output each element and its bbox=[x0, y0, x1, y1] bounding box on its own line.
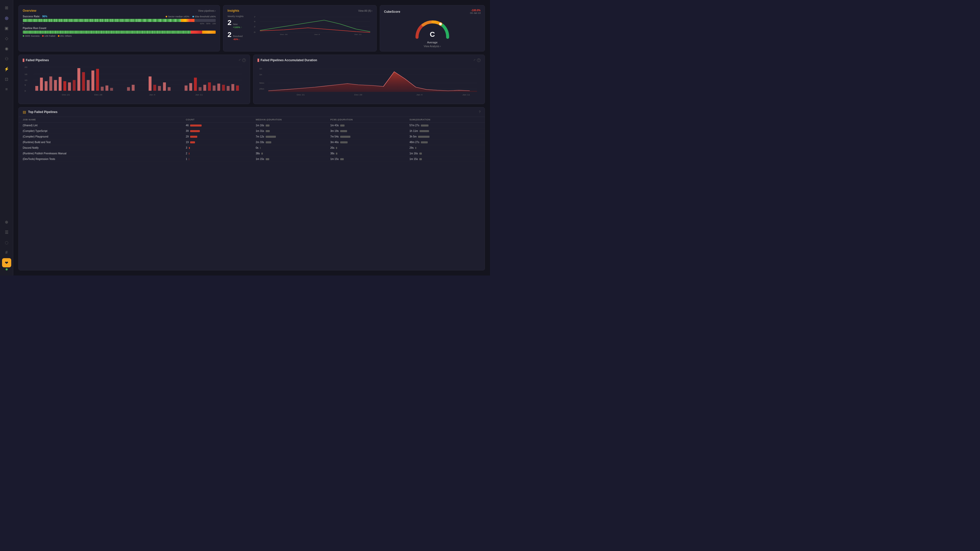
svg-text:20: 20 bbox=[24, 66, 27, 68]
cell-sum: 1h 11m bbox=[406, 128, 485, 134]
expand-icon[interactable]: ⤢ bbox=[239, 59, 241, 62]
svg-rect-53 bbox=[213, 86, 215, 91]
cell-count: 46 bbox=[182, 123, 251, 128]
svg-rect-54 bbox=[218, 84, 220, 91]
help-icon-duration[interactable]: ? bbox=[477, 59, 480, 62]
sidebar-icon-lightning[interactable]: ⚡ bbox=[2, 64, 11, 73]
cell-pc95: 1m 43s bbox=[326, 123, 405, 128]
new-pct: +100% ↑ bbox=[233, 26, 242, 29]
table-header-row: JOB NAME COUNT MEDIAN:@DURATION PC95:@DU… bbox=[19, 117, 485, 123]
pipeline-section: Pipeline Run Count 3005 Success bbox=[23, 27, 216, 37]
cell-pc95: 7m 54s bbox=[326, 134, 405, 140]
overview-card: Overview View pipelines › Success Rate: … bbox=[18, 5, 220, 52]
top-row: Overview View pipelines › Success Rate: … bbox=[18, 5, 485, 52]
table-row: (Shared) Lint 46 1m 16s 1m 43s bbox=[19, 123, 485, 128]
svg-text:1h: 1h bbox=[259, 68, 262, 70]
svg-text:Jan 11: Jan 11 bbox=[195, 94, 203, 96]
svg-text:25m: 25m bbox=[259, 88, 264, 90]
svg-rect-39 bbox=[110, 88, 113, 91]
expand-icon-duration[interactable]: ⤢ bbox=[473, 59, 476, 62]
sidebar: ⊞ ◎ ▣ ◇ ◉ ⚇ ⚡ ⊡ ≡ ⊕ ☰ ◌ # ❤ bbox=[0, 0, 13, 275]
sidebar-icon-grid[interactable]: ⊞ bbox=[2, 3, 11, 12]
failed-duration-card: ▊ Failed Pipelines Accumulated Duration … bbox=[253, 55, 485, 104]
table-help-icon[interactable]: ? bbox=[479, 110, 480, 114]
sidebar-icon-heart[interactable]: ❤ bbox=[2, 258, 11, 267]
sidebar-icon-monitor[interactable]: ▣ bbox=[2, 24, 11, 33]
success-rate-bar bbox=[23, 19, 216, 22]
sidebar-icon-user[interactable]: ◎ bbox=[2, 13, 11, 22]
cubescore-header: CubeScore -100.0% On Jan 13 bbox=[384, 9, 480, 14]
svg-rect-44 bbox=[158, 86, 161, 91]
weekly-insights-label: Weekly Insights bbox=[228, 15, 248, 17]
sidebar-icon-sliders[interactable]: ≡ bbox=[2, 85, 11, 94]
cell-sum: 1m 16s bbox=[406, 151, 485, 156]
app-container: ⊞ ◎ ▣ ◇ ◉ ⚇ ⚡ ⊡ ≡ ⊕ ☰ ◌ # ❤ Overview Vie… bbox=[0, 0, 490, 275]
cell-job: (Runtime) Build and Test bbox=[19, 140, 182, 145]
failed-duration-header: ▊ Failed Pipelines Accumulated Duration … bbox=[258, 59, 480, 62]
svg-text:2: 2 bbox=[254, 26, 256, 28]
cell-job: (Shared) Lint bbox=[19, 123, 182, 128]
svg-rect-49 bbox=[194, 78, 197, 91]
success-rate-value: 96% bbox=[42, 15, 47, 18]
svg-rect-32 bbox=[77, 68, 80, 91]
sidebar-icon-shield[interactable]: ⊕ bbox=[2, 218, 11, 227]
sidebar-icon-camera[interactable]: ⊡ bbox=[2, 75, 11, 84]
svg-rect-33 bbox=[82, 72, 85, 91]
svg-rect-43 bbox=[153, 85, 156, 91]
cell-median: 7m 12s bbox=[251, 134, 326, 140]
sidebar-icon-diamond[interactable]: ◇ bbox=[2, 34, 11, 43]
svg-rect-56 bbox=[227, 86, 229, 91]
failed-legend: 139 Failed bbox=[42, 35, 56, 37]
failed-pipelines-chart: 20 16 10 5 0 bbox=[23, 65, 246, 100]
gauge-container: C bbox=[412, 17, 453, 40]
svg-rect-46 bbox=[168, 87, 170, 91]
svg-text:Dec 21: Dec 21 bbox=[297, 94, 305, 96]
svg-rect-42 bbox=[148, 76, 151, 91]
cell-median: 0s bbox=[251, 145, 326, 151]
middle-row: ▊ Failed Pipelines ⤢ ? bbox=[18, 55, 485, 104]
cell-count: 1 bbox=[182, 156, 251, 162]
col-job-name: JOB NAME bbox=[19, 117, 182, 123]
svg-text:Jan 6: Jan 6 bbox=[314, 34, 320, 35]
cell-job: (DevTools) Regression Tests bbox=[19, 156, 182, 162]
elite-threshold-legend: Elite threshold ≥90% bbox=[192, 15, 216, 18]
cell-sum: 48m 27s bbox=[406, 140, 485, 145]
cell-sum: 3h 5m bbox=[406, 134, 485, 140]
view-analysis-link[interactable]: View Analysis › bbox=[424, 45, 441, 48]
table-title: Top Failed Pipelines bbox=[28, 110, 57, 114]
cell-pc95: 38s bbox=[326, 151, 405, 156]
svg-text:Dec 30: Dec 30 bbox=[280, 34, 288, 35]
svg-rect-23 bbox=[35, 86, 38, 91]
svg-rect-30 bbox=[68, 83, 71, 91]
svg-rect-26 bbox=[49, 76, 52, 91]
svg-rect-36 bbox=[96, 69, 99, 91]
sidebar-icon-globe[interactable]: ◌ bbox=[2, 238, 11, 247]
success-legend: 3005 Success bbox=[23, 35, 40, 37]
svg-rect-29 bbox=[63, 81, 66, 91]
failed-duration-chart: 1h 1h 50m 25m bbox=[258, 65, 480, 100]
view-all-link[interactable]: View All (4) › bbox=[358, 10, 372, 12]
sidebar-icon-lightbulb[interactable]: ◉ bbox=[2, 44, 11, 53]
sidebar-icon-book[interactable]: ☰ bbox=[2, 227, 11, 237]
svg-rect-25 bbox=[45, 81, 48, 91]
svg-rect-52 bbox=[208, 83, 211, 91]
svg-rect-47 bbox=[185, 86, 187, 91]
help-icon[interactable]: ? bbox=[242, 59, 246, 62]
pipeline-run-label: Pipeline Run Count bbox=[23, 27, 216, 30]
cell-count: 29 bbox=[182, 134, 251, 140]
col-sum: SUM@DURATION bbox=[406, 117, 485, 123]
cell-pc95: 26s bbox=[326, 145, 405, 151]
svg-rect-37 bbox=[101, 87, 103, 91]
cubescore-avg-label: Average bbox=[427, 41, 438, 44]
cell-median: 1m 31s bbox=[251, 128, 326, 134]
svg-rect-40 bbox=[127, 87, 130, 91]
sidebar-icon-user2[interactable]: ⚇ bbox=[2, 54, 11, 63]
col-pc95: PC95:@DURATION bbox=[326, 117, 405, 123]
cell-count: 19 bbox=[182, 140, 251, 145]
sidebar-icon-hash[interactable]: # bbox=[2, 248, 11, 257]
pipeline-legend: 3005 Success 139 Failed 291 Others bbox=[23, 35, 216, 37]
main-content: Overview View pipelines › Success Rate: … bbox=[13, 0, 490, 275]
view-pipelines-link[interactable]: View pipelines › bbox=[198, 10, 216, 12]
svg-rect-50 bbox=[199, 87, 201, 91]
cubescore-card: CubeScore -100.0% On Jan 13 bbox=[380, 5, 485, 52]
